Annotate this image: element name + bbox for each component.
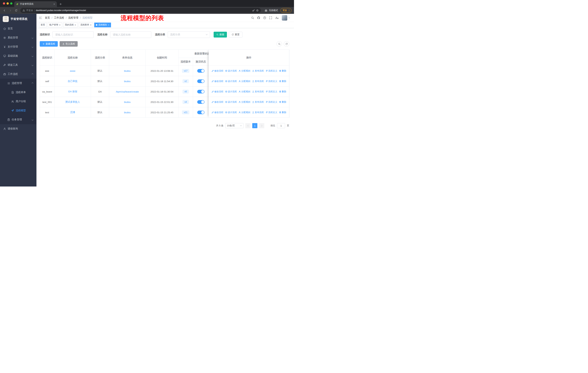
action-assign-link[interactable]: 分配规则 xyxy=(239,90,251,93)
next-page-button[interactable] xyxy=(259,123,264,128)
process-name-link[interactable]: OA 请假 xyxy=(68,90,77,93)
breadcrumb-item[interactable]: 流程管理 xyxy=(68,16,78,20)
action-assign-link[interactable]: 分配规则 xyxy=(239,111,251,114)
create-process-button[interactable]: 新建流程 xyxy=(40,41,58,47)
bookmark-star-icon[interactable] xyxy=(256,9,259,12)
search-button[interactable]: 搜索 xyxy=(214,32,227,38)
reset-button[interactable]: 重置 xyxy=(229,32,242,38)
version-badge[interactable]: v4 xyxy=(183,100,189,104)
active-toggle[interactable] xyxy=(197,100,205,104)
active-toggle[interactable] xyxy=(197,90,205,93)
action-design-link[interactable]: 设计流程 xyxy=(225,80,237,83)
url-text[interactable]: dashboard.yudao.iocoder.cn/bpm/manager/m… xyxy=(36,9,251,12)
user-menu[interactable] xyxy=(282,15,290,20)
active-toggle[interactable] xyxy=(197,111,205,114)
help-icon[interactable] xyxy=(263,16,266,19)
browser-menu-icon[interactable] xyxy=(289,9,289,12)
form-link[interactable]: biubiu xyxy=(124,111,130,114)
action-define-link[interactable]: 流程定义 xyxy=(266,80,277,83)
refresh-table-button[interactable] xyxy=(284,41,289,47)
tag-首页[interactable]: 首页 xyxy=(39,23,47,27)
action-edit-link[interactable]: 修改流程 xyxy=(212,69,223,72)
version-badge[interactable]: v21 xyxy=(182,111,189,114)
collapse-sidebar-button[interactable] xyxy=(39,17,42,19)
action-define-link[interactable]: 流程定义 xyxy=(266,111,277,114)
action-define-link[interactable]: 流程定义 xyxy=(266,90,277,93)
action-publish-link[interactable]: 发布流程 xyxy=(252,80,264,83)
sidebar-item-devtools[interactable]: 研发工具 xyxy=(0,60,36,70)
action-trash-link[interactable]: 删除 xyxy=(279,69,286,72)
tag-close-icon[interactable] xyxy=(59,24,61,26)
prev-page-button[interactable] xyxy=(245,123,251,128)
app-logo[interactable]: 芋道管理系统 xyxy=(0,14,36,24)
update-button[interactable]: 更新 xyxy=(281,8,292,13)
tag-close-icon[interactable] xyxy=(90,24,92,26)
action-assign-link[interactable]: 分配规则 xyxy=(239,101,251,104)
goto-page-input[interactable] xyxy=(277,123,285,128)
action-design-link[interactable]: 设计流程 xyxy=(225,90,237,93)
process-name-link[interactable]: 滔博 xyxy=(70,111,75,114)
sidebar-item-payment[interactable]: 支付管理 xyxy=(0,42,36,51)
github-icon[interactable] xyxy=(257,16,260,19)
header-search-icon[interactable] xyxy=(251,16,254,19)
process-name-link[interactable]: eeee xyxy=(70,70,75,72)
sidebar-item-home[interactable]: 首页 xyxy=(0,24,36,33)
action-publish-link[interactable]: 发布流程 xyxy=(252,69,264,72)
window-zoom-button[interactable] xyxy=(10,2,12,5)
browser-tab[interactable]: 芋道管理系统 xyxy=(14,1,57,7)
tag-close-icon[interactable] xyxy=(74,24,76,26)
avatar[interactable] xyxy=(282,15,287,20)
security-label[interactable]: 不安全 xyxy=(26,9,33,12)
url-bar[interactable]: 不安全 dashboard.yudao.iocoder.cn/bpm/manag… xyxy=(21,8,261,13)
action-edit-link[interactable]: 修改流程 xyxy=(212,111,223,114)
tag-close-icon[interactable] xyxy=(108,24,109,26)
process-key-input[interactable] xyxy=(52,31,94,38)
action-assign-link[interactable]: 分配规则 xyxy=(239,80,251,83)
active-toggle[interactable] xyxy=(197,69,205,73)
tag-流程模型[interactable]: 流程模型 xyxy=(94,23,111,27)
active-toggle[interactable] xyxy=(197,80,205,83)
reload-button[interactable] xyxy=(13,8,19,13)
window-minimize-button[interactable] xyxy=(7,2,9,5)
sidebar-item-workflow[interactable]: 工作流程 xyxy=(0,70,36,79)
form-link[interactable]: biubiu xyxy=(124,101,130,103)
process-name-link[interactable]: 自己审批 xyxy=(68,80,78,82)
action-publish-link[interactable]: 发布流程 xyxy=(252,101,264,104)
page-size-select[interactable]: 10条/页 xyxy=(225,123,243,128)
action-publish-link[interactable]: 发布流程 xyxy=(252,111,264,114)
action-define-link[interactable]: 流程定义 xyxy=(266,69,277,72)
action-design-link[interactable]: 设计流程 xyxy=(225,101,237,104)
form-link[interactable]: biubiu xyxy=(124,80,130,83)
new-tab-button[interactable] xyxy=(59,3,62,5)
sidebar-item-process-form[interactable]: 流程表单 xyxy=(0,88,36,97)
breadcrumb-item[interactable]: 工作流程 xyxy=(54,16,64,20)
action-define-link[interactable]: 流程定义 xyxy=(266,101,277,104)
action-trash-link[interactable]: 删除 xyxy=(279,90,286,93)
sidebar-item-system[interactable]: 系统管理 xyxy=(0,33,36,42)
action-trash-link[interactable]: 删除 xyxy=(279,111,286,114)
password-key-icon[interactable] xyxy=(252,9,255,12)
sidebar-item-user-group[interactable]: 用户分组 xyxy=(0,97,36,106)
action-publish-link[interactable]: 发布流程 xyxy=(252,90,264,93)
process-name-input[interactable] xyxy=(110,31,151,38)
breadcrumb-item[interactable]: 首页 xyxy=(45,16,50,20)
tab-close-icon[interactable] xyxy=(53,3,55,5)
action-trash-link[interactable]: 删除 xyxy=(279,101,286,104)
toggle-search-button[interactable] xyxy=(276,41,282,47)
action-trash-link[interactable]: 删除 xyxy=(279,80,286,83)
action-design-link[interactable]: 设计流程 xyxy=(225,111,237,114)
version-badge[interactable]: v5 xyxy=(183,90,189,93)
tag-我的流程[interactable]: 我的流程 xyxy=(63,23,78,27)
version-badge[interactable]: v17 xyxy=(182,69,189,73)
forward-button[interactable] xyxy=(8,8,13,13)
font-size-icon[interactable] xyxy=(275,16,279,19)
process-name-link[interactable]: 测试多审批人 xyxy=(65,101,80,103)
action-edit-link[interactable]: 修改流程 xyxy=(212,90,223,93)
tag-租户管理[interactable]: 租户管理 xyxy=(48,23,62,27)
sidebar-item-infrastructure[interactable]: 基础设施 xyxy=(0,51,36,60)
fullscreen-icon[interactable] xyxy=(269,16,272,19)
import-process-button[interactable]: 导入流程 xyxy=(60,41,78,47)
sidebar-item-task-management[interactable]: 任务管理 xyxy=(0,115,36,124)
window-close-button[interactable] xyxy=(3,2,5,5)
sidebar-item-process-model[interactable]: 流程模型 xyxy=(0,106,36,115)
